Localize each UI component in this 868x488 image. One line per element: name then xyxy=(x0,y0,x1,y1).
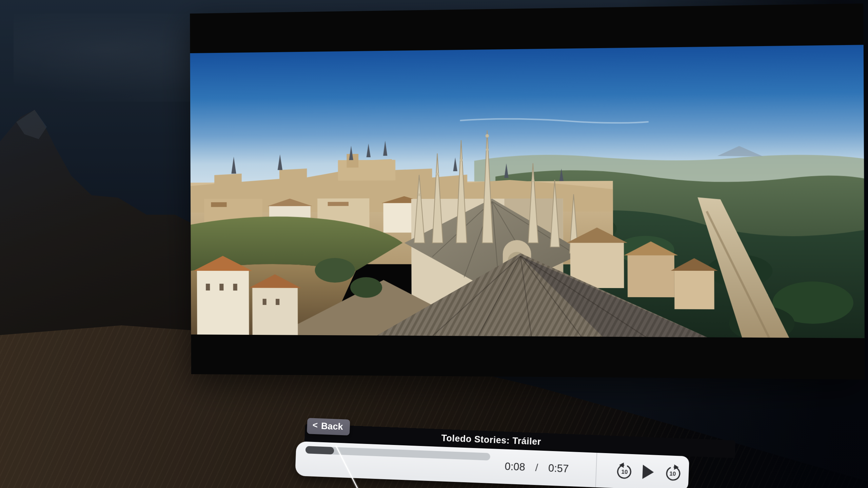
play-icon xyxy=(642,465,654,479)
progress-fill xyxy=(305,446,334,454)
back-button[interactable]: < Back xyxy=(307,418,350,435)
back-button-label: Back xyxy=(321,421,343,432)
current-time: 0:08 xyxy=(505,461,526,473)
forward-10-label: 10 xyxy=(663,470,682,478)
video-content xyxy=(190,45,865,338)
video-player-screen[interactable] xyxy=(190,3,865,379)
play-button[interactable] xyxy=(642,464,655,480)
letterbox-bottom xyxy=(191,334,865,380)
forward-10-button[interactable]: 10 xyxy=(663,464,682,483)
rewind-10-button[interactable]: 10 xyxy=(615,462,634,481)
time-display: 0:08 / 0:57 xyxy=(505,461,569,475)
video-scene-toledo xyxy=(190,45,865,338)
transport-buttons: 10 10 xyxy=(615,462,682,482)
controls-divider xyxy=(595,453,597,487)
progress-bar[interactable] xyxy=(305,446,490,461)
rewind-10-label: 10 xyxy=(615,468,634,476)
video-title: Toledo Stories: Tráiler xyxy=(441,433,541,447)
back-chevron-icon: < xyxy=(312,420,318,431)
duration: 0:57 xyxy=(548,462,569,475)
time-separator: / xyxy=(535,462,538,473)
